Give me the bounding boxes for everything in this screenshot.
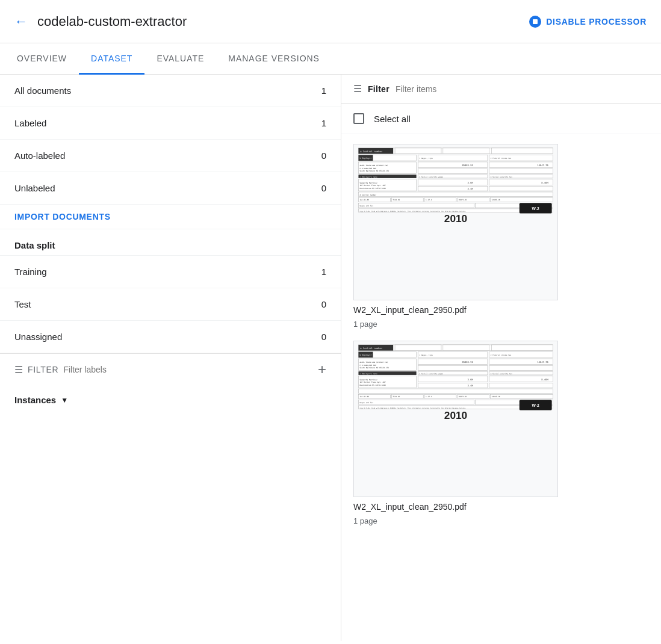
svg-text:15847.76: 15847.76	[537, 164, 548, 167]
svg-text:2 Federal income tax: 2 Federal income tax	[491, 157, 512, 159]
document-name-2: W2_XL_input_clean_2950.pdf	[353, 502, 649, 512]
document-pages-2: 1 page	[353, 516, 649, 525]
svg-text:107 Morton Place Apt. 407: 107 Morton Place Apt. 407	[359, 381, 386, 383]
svg-rect-38	[418, 186, 488, 191]
tab-manage-versions[interactable]: MANAGE VERSIONS	[216, 44, 332, 75]
svg-rect-102	[358, 389, 553, 394]
disable-processor-button[interactable]: DISABLE PROCESSOR	[529, 16, 647, 28]
stop-icon	[529, 16, 541, 28]
tab-bar: OVERVIEW DATASET EVALUATE MANAGE VERSION…	[0, 43, 661, 75]
svg-text:85871.91: 85871.91	[459, 395, 467, 398]
document-card: a Control number b Employer 1 Wages, tip…	[353, 144, 649, 329]
svg-rect-67	[492, 345, 553, 351]
svg-rect-4	[395, 148, 441, 154]
tab-dataset[interactable]: DATASET	[79, 44, 144, 75]
svg-text:2010: 2010	[444, 212, 467, 224]
select-all-label: Select all	[374, 114, 411, 124]
svg-text:W-2: W-2	[532, 206, 539, 211]
svg-text:Ranchbottom MS 14736-5840: Ranchbottom MS 14736-5840	[359, 384, 386, 386]
svg-text:c Employer's name: c Employer's name	[359, 373, 377, 375]
data-split-header: Data split	[0, 229, 341, 256]
header: ← codelab-custom-extractor DISABLE PROCE…	[0, 0, 661, 43]
import-documents-button[interactable]: IMPORT DOCUMENTS	[0, 205, 341, 229]
right-filter-bar: ☰ Filter	[341, 75, 661, 104]
stat-labeled: Labeled 1	[0, 107, 341, 140]
svg-rect-23	[489, 169, 553, 174]
add-filter-button[interactable]: +	[318, 362, 326, 377]
stat-test: Test 0	[0, 288, 341, 321]
left-panel: All documents 1 Labeled 1 Auto-labeled 0…	[0, 75, 341, 641]
svg-rect-113	[358, 400, 474, 404]
svg-text:Samantha Martinez: Samantha Martinez	[359, 182, 377, 184]
filter-labels-input[interactable]	[63, 365, 313, 374]
document-pages: 1 page	[353, 320, 649, 329]
right-filter-icon: ☰	[353, 83, 362, 94]
svg-text:P O BANKLINE RRE: P O BANKLINE RRE	[359, 167, 376, 170]
svg-rect-6	[492, 148, 553, 154]
svg-text:15847.76: 15847.76	[537, 361, 548, 364]
svg-text:W-2: W-2	[532, 403, 539, 407]
stat-training: Training 1	[0, 256, 341, 288]
svg-text:85871.91: 85871.91	[459, 199, 467, 201]
svg-rect-20	[418, 169, 488, 174]
svg-text:ADEEL TRAIN AND SCIENCE INC: ADEEL TRAIN AND SCIENCE INC	[359, 164, 388, 167]
filter-row: ☰ Filter +	[0, 353, 341, 385]
svg-text:b Employer: b Employer	[359, 354, 371, 356]
svg-rect-34	[418, 179, 488, 185]
document-thumbnail[interactable]: a Control number b Employer 1 Wages, tip…	[353, 144, 558, 300]
stat-unassigned: Unassigned 0	[0, 321, 341, 353]
svg-rect-53	[358, 203, 474, 208]
svg-rect-81	[418, 366, 488, 371]
select-all-row: Select all	[341, 104, 661, 134]
document-name: W2_XL_input_clean_2950.pdf	[353, 305, 649, 315]
svg-rect-66	[443, 345, 489, 351]
svg-text:12456.18: 12456.18	[492, 199, 500, 201]
svg-rect-95	[418, 376, 488, 382]
svg-text:a Control number: a Control number	[360, 150, 383, 153]
svg-text:85083.91: 85083.91	[462, 164, 473, 167]
svg-text:3.6H: 3.6H	[468, 181, 474, 184]
svg-text:1a1-91-88: 1a1-91-88	[359, 199, 369, 201]
w2-preview: a Control number b Employer 1 Wages, tip…	[354, 144, 557, 300]
svg-text:a Control number: a Control number	[360, 347, 383, 350]
svg-text:8.46H: 8.46H	[541, 378, 548, 381]
svg-text:1 Wages, tips: 1 Wages, tips	[419, 157, 433, 159]
svg-text:3.4H: 3.4H	[468, 384, 474, 387]
svg-text:85083.91: 85083.91	[462, 361, 473, 364]
main-content: All documents 1 Labeled 1 Auto-labeled 0…	[0, 75, 661, 641]
svg-text:2010: 2010	[444, 409, 467, 421]
svg-text:1 Wages, tips: 1 Wages, tips	[419, 354, 433, 356]
svg-text:4 Social security tax: 4 Social security tax	[491, 373, 513, 375]
svg-text:Wages and Tax: Wages and Tax	[359, 205, 373, 207]
page-title: codelab-custom-extractor	[37, 14, 529, 29]
tab-evaluate[interactable]: EVALUATE	[144, 44, 216, 75]
svg-text:3.6H: 3.6H	[468, 378, 474, 381]
chevron-down-icon: ▼	[61, 396, 68, 404]
svg-text:1.17-1: 1.17-1	[426, 199, 432, 201]
select-all-checkbox[interactable]	[353, 113, 364, 124]
svg-text:Wages and Tax: Wages and Tax	[359, 401, 373, 404]
stat-unlabeled: Unlabeled 0	[0, 172, 341, 205]
svg-text:Samantha Martinez: Samantha Martinez	[359, 379, 377, 381]
document-list: a Control number b Employer 1 Wages, tip…	[341, 134, 661, 535]
right-filter-input[interactable]	[396, 84, 649, 94]
svg-rect-40	[489, 186, 553, 191]
instances-label: Instances	[14, 395, 56, 405]
svg-text:3 Social security wages: 3 Social security wages	[419, 176, 443, 178]
svg-text:ADEEL TRAIN AND SCIENCE INC: ADEEL TRAIN AND SCIENCE INC	[359, 361, 388, 364]
svg-text:8.46H: 8.46H	[541, 181, 548, 184]
instances-row[interactable]: Instances ▼	[0, 385, 341, 415]
document-card: a Control number b Employer 1 Wages, tip…	[353, 341, 649, 525]
svg-text:P O BANKLINE RRE: P O BANKLINE RRE	[359, 364, 376, 367]
svg-rect-101	[489, 383, 553, 388]
svg-rect-65	[395, 345, 441, 351]
document-thumbnail[interactable]: a Control number b Employer 1 Wages, tip…	[353, 341, 558, 497]
svg-text:c Employer's name: c Employer's name	[359, 176, 377, 178]
svg-text:1.17-1: 1.17-1	[426, 395, 432, 398]
svg-rect-84	[489, 366, 553, 371]
back-button[interactable]: ←	[14, 15, 28, 28]
svg-text:2 Federal income tax: 2 Federal income tax	[491, 354, 512, 356]
stat-auto-labeled: Auto-labeled 0	[0, 140, 341, 172]
tab-overview[interactable]: OVERVIEW	[5, 44, 79, 75]
svg-rect-18	[418, 162, 488, 168]
